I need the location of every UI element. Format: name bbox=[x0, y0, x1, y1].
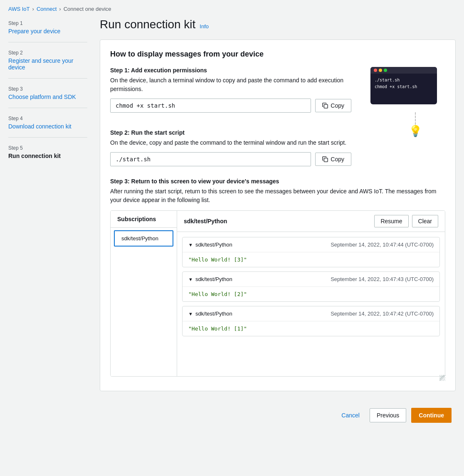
terminal-line2: chmod +x start.sh bbox=[375, 84, 433, 90]
step3-heading: Step 3: Return to this screen to view yo… bbox=[110, 178, 445, 185]
message-topic-row-1: ▼ sdk/test/Python bbox=[188, 242, 232, 248]
breadcrumb-current: Connect one device bbox=[64, 6, 111, 12]
sidebar-step-5: Step 5 Run connection kit bbox=[8, 145, 87, 167]
triangle-icon-1: ▼ bbox=[188, 242, 193, 247]
step2-command-input[interactable] bbox=[110, 152, 311, 166]
sidebar-step-4: Step 4 Download connection kit bbox=[8, 116, 87, 138]
subscriptions-col: Subscriptions sdk/test/Python bbox=[111, 211, 177, 376]
breadcrumb-sep1: › bbox=[32, 6, 34, 12]
main-card: How to display messages from your device… bbox=[100, 39, 456, 391]
breadcrumb: AWS IoT › Connect › Connect one device bbox=[0, 0, 464, 16]
step1-heading: Step 1: Add execution permissions bbox=[110, 67, 370, 74]
message-header-1: ▼ sdk/test/Python September 14, 2022, 10… bbox=[183, 237, 439, 252]
breadcrumb-connect[interactable]: Connect bbox=[37, 6, 57, 12]
message-timestamp-2: September 14, 2022, 10:47:43 (UTC-0700) bbox=[331, 276, 434, 282]
step2-section: Step 2: Run the start script On the devi… bbox=[110, 129, 445, 166]
sidebar-step-3: Step 3 Choose platform and SDK bbox=[8, 86, 87, 108]
breadcrumb-sep2: › bbox=[59, 6, 61, 12]
message-topic-2: sdk/test/Python bbox=[195, 276, 232, 282]
sidebar: Step 1 Prepare your device Step 2 Regist… bbox=[0, 16, 96, 400]
step3-desc: After running the start script, return t… bbox=[110, 187, 445, 205]
step1-section: Step 1: Add execution permissions On the… bbox=[110, 67, 445, 113]
clear-button[interactable]: Clear bbox=[412, 215, 438, 227]
sidebar-step-2-label: Step 2 bbox=[8, 50, 87, 56]
previous-button[interactable]: Previous bbox=[370, 408, 406, 422]
dashed-line bbox=[415, 112, 416, 125]
message-body-2: "Hello World! [2]" bbox=[183, 286, 439, 301]
bulb-area: 💡 bbox=[409, 112, 422, 138]
sidebar-step-3-label: Step 3 bbox=[8, 86, 87, 92]
breadcrumb-aws-iot[interactable]: AWS IoT bbox=[8, 6, 30, 12]
sidebar-step-2-title[interactable]: Register and secure your device bbox=[8, 57, 73, 71]
resize-area bbox=[110, 377, 445, 381]
message-card-1: ▼ sdk/test/Python September 14, 2022, 10… bbox=[182, 237, 440, 267]
message-topic-3: sdk/test/Python bbox=[195, 311, 232, 317]
terminal-text: ./start.sh chmod +x start.sh bbox=[370, 74, 437, 94]
copy-icon bbox=[322, 103, 328, 109]
message-body-3: "Hello World! [1]" bbox=[183, 321, 439, 336]
sidebar-step-3-title[interactable]: Choose platform and SDK bbox=[8, 94, 76, 100]
resize-handle bbox=[439, 375, 445, 381]
terminal-preview: ./start.sh chmod +x start.sh bbox=[370, 67, 437, 104]
message-topic-row-2: ▼ sdk/test/Python bbox=[188, 276, 232, 282]
page-title-row: Run connection kit Info bbox=[100, 18, 456, 31]
resume-button[interactable]: Resume bbox=[374, 215, 408, 227]
sidebar-step-4-label: Step 4 bbox=[8, 116, 87, 121]
sidebar-step-5-title: Run connection kit bbox=[8, 153, 61, 159]
messages-list: ▼ sdk/test/Python September 14, 2022, 10… bbox=[177, 232, 445, 341]
cancel-button[interactable]: Cancel bbox=[336, 409, 365, 422]
subscriptions-header: Subscriptions bbox=[111, 211, 177, 228]
footer: Cancel Previous Continue bbox=[0, 400, 464, 431]
message-body-1: "Hello World! [3]" bbox=[183, 252, 439, 267]
sidebar-step-1-title[interactable]: Prepare your device bbox=[8, 28, 60, 35]
message-timestamp-3: September 14, 2022, 10:47:42 (UTC-0700) bbox=[331, 311, 434, 317]
bulb-icon: 💡 bbox=[409, 125, 422, 138]
sidebar-step-2: Step 2 Register and secure your device bbox=[8, 50, 87, 79]
messages-actions: Resume Clear bbox=[374, 215, 438, 227]
message-header-2: ▼ sdk/test/Python September 14, 2022, 10… bbox=[183, 272, 439, 286]
message-topic-1: sdk/test/Python bbox=[195, 242, 232, 248]
message-timestamp-1: September 14, 2022, 10:47:44 (UTC-0700) bbox=[331, 242, 434, 248]
page-title: Run connection kit bbox=[100, 18, 195, 31]
sidebar-step-1: Step 1 Prepare your device bbox=[8, 20, 87, 42]
copy-icon-2 bbox=[322, 156, 328, 162]
triangle-icon-2: ▼ bbox=[188, 277, 193, 282]
step1-desc: On the device, launch a terminal window … bbox=[110, 76, 351, 94]
subscription-item-python[interactable]: sdk/test/Python bbox=[114, 230, 173, 247]
svg-rect-1 bbox=[324, 158, 328, 162]
step1-command-input[interactable] bbox=[110, 99, 311, 113]
subscription-panel: Subscriptions sdk/test/Python sdk/test/P… bbox=[110, 210, 445, 377]
step3-section: Step 3: Return to this screen to view yo… bbox=[110, 178, 445, 381]
message-card-2: ▼ sdk/test/Python September 14, 2022, 10… bbox=[182, 271, 440, 302]
terminal-dot-red bbox=[374, 69, 377, 72]
info-link[interactable]: Info bbox=[200, 23, 209, 30]
step2-desc: On the device, copy and paste the comman… bbox=[110, 138, 351, 147]
sidebar-step-1-label: Step 1 bbox=[8, 20, 87, 26]
step1-copy-label: Copy bbox=[331, 102, 344, 109]
messages-header: sdk/test/Python Resume Clear bbox=[177, 211, 445, 232]
message-card-3: ▼ sdk/test/Python September 14, 2022, 10… bbox=[182, 306, 440, 336]
messages-col: sdk/test/Python Resume Clear bbox=[177, 211, 445, 376]
step2-copy-button[interactable]: Copy bbox=[315, 153, 351, 166]
step2-copy-label: Copy bbox=[331, 156, 344, 163]
card-title: How to display messages from your device bbox=[110, 50, 445, 59]
step2-command-row: Copy bbox=[110, 152, 351, 166]
main-content: Run connection kit Info How to display m… bbox=[96, 16, 464, 400]
triangle-icon-3: ▼ bbox=[188, 311, 193, 316]
continue-button[interactable]: Continue bbox=[411, 408, 452, 423]
message-topic-row-3: ▼ sdk/test/Python bbox=[188, 311, 232, 317]
step2-heading: Step 2: Run the start script bbox=[110, 129, 445, 136]
message-header-3: ▼ sdk/test/Python September 14, 2022, 10… bbox=[183, 306, 439, 321]
sidebar-step-5-label: Step 5 bbox=[8, 145, 87, 151]
messages-topic: sdk/test/Python bbox=[184, 218, 227, 224]
sidebar-step-4-title[interactable]: Download connection kit bbox=[8, 123, 72, 130]
terminal-dot-green bbox=[384, 69, 387, 72]
svg-rect-0 bbox=[324, 104, 328, 108]
terminal-bar bbox=[370, 67, 437, 74]
terminal-line1: ./start.sh bbox=[375, 77, 433, 84]
terminal-dot-yellow bbox=[379, 69, 382, 72]
step1-command-row: Copy bbox=[110, 99, 351, 113]
step1-copy-button[interactable]: Copy bbox=[315, 99, 351, 112]
